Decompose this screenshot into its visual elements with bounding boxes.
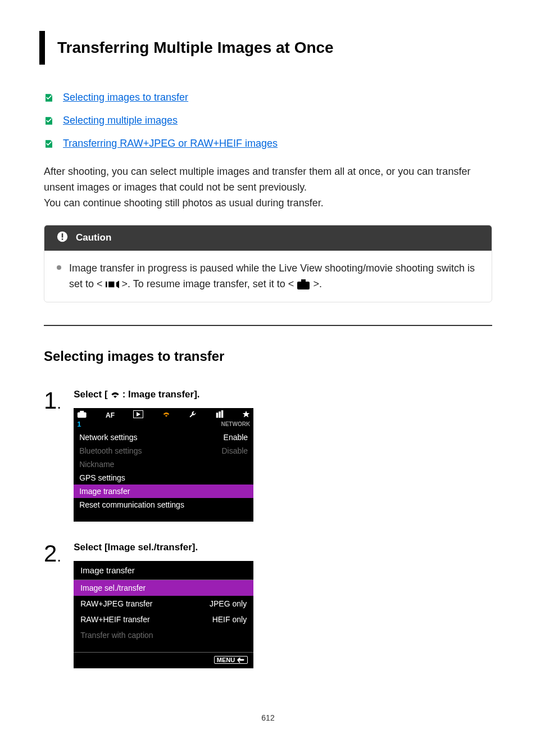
return-icon (237, 657, 245, 663)
page-title-block: Transferring Multiple Images at Once (39, 31, 497, 65)
lcd2-row-value: JPEG only (210, 599, 247, 608)
lcd1-row-label: GPS settings (79, 473, 125, 482)
lcd1-page-indicator: 1 (77, 420, 81, 428)
page-container: Transferring Multiple Images at Once Sel… (0, 0, 536, 756)
lcd2-footer: MENU (74, 653, 253, 668)
camera-tab-icon (77, 410, 87, 420)
step-1-label: Select [ : Image transfer]. (74, 389, 492, 400)
lcd2-menu-row[interactable]: RAW+HEIF transferHEIF only (74, 612, 253, 627)
svg-rect-5 (106, 282, 107, 287)
lcd1-row-label: Image transfer (79, 487, 130, 496)
camera-lcd-2: Image transfer Image sel./transferRAW+JP… (74, 561, 253, 668)
lcd2-menu-row[interactable]: Image sel./transfer (74, 580, 253, 596)
caution-heading: Caution (76, 232, 111, 243)
lcd1-menu-row[interactable]: Reset communication settings (74, 498, 253, 511)
page-icon (44, 116, 54, 126)
alert-icon (57, 231, 68, 245)
lcd1-row-label: Bluetooth settings (79, 446, 142, 455)
svg-rect-9 (80, 411, 84, 413)
svg-rect-13 (219, 412, 221, 418)
lcd1-subbar: 1 NETWORK (74, 420, 253, 431)
svg-marker-15 (243, 411, 250, 418)
toc-link-1[interactable]: Selecting multiple images (63, 115, 178, 126)
lcd1-menu-row[interactable]: Image transfer (74, 485, 253, 498)
toc-link-0[interactable]: Selecting images to transfer (63, 92, 188, 103)
page-icon (44, 139, 54, 149)
svg-rect-1 (62, 233, 63, 238)
svg-rect-8 (78, 413, 87, 418)
movie-icon (106, 279, 119, 290)
lcd2-row-value: HEIF only (212, 615, 247, 624)
toc-link-row-2: Transferring RAW+JPEG or RAW+HEIF images (44, 138, 497, 150)
lcd1-menu-row[interactable]: Nickname (74, 458, 253, 471)
page-icon (44, 93, 54, 103)
toc-link-row-1: Selecting multiple images (44, 115, 497, 126)
step-2-label: Select [Image sel./transfer]. (74, 542, 492, 553)
play-tab-icon (133, 410, 143, 420)
lcd1-row-label: Reset communication settings (79, 500, 184, 509)
section-heading: Selecting images to transfer (44, 348, 492, 364)
wifi-tab-icon (162, 410, 170, 420)
toc-link-2[interactable]: Transferring RAW+JPEG or RAW+HEIF images (63, 138, 278, 150)
lcd1-row-label: Nickname (79, 460, 114, 469)
step-2: 2. Select [Image sel./transfer]. Image t… (44, 542, 492, 668)
svg-rect-6 (297, 282, 310, 289)
intro-paragraph: After shooting, you can select multiple … (44, 164, 492, 211)
camera-icon (297, 279, 310, 290)
lcd1-menu-row[interactable]: GPS settings (74, 471, 253, 485)
svg-rect-2 (62, 238, 63, 240)
caution-text: Image transfer in progress is paused whi… (69, 261, 479, 292)
step-1: 1. Select [ : Image transfer]. AF (44, 389, 492, 522)
lcd1-network-tag: NETWORK (221, 421, 250, 427)
svg-rect-12 (216, 413, 218, 418)
lcd1-menu-row[interactable]: Network settingsEnable (74, 431, 253, 444)
toc-link-row-0: Selecting images to transfer (44, 92, 497, 103)
lcd1-row-label: Network settings (79, 433, 137, 442)
lcd1-menu-row[interactable]: Bluetooth settingsDisable (74, 444, 253, 458)
svg-rect-14 (221, 410, 223, 418)
wifi-icon (110, 390, 120, 400)
lcd2-menu-row[interactable]: Transfer with caption (74, 627, 253, 643)
custom-tab-icon (216, 410, 224, 420)
lcd1-row-value: Enable (224, 433, 248, 442)
step-list: 1. Select [ : Image transfer]. AF (39, 389, 497, 668)
lcd2-row-label: RAW+HEIF transfer (80, 615, 150, 624)
svg-marker-11 (137, 412, 140, 417)
wrench-tab-icon (189, 410, 197, 420)
caution-header: Caution (44, 225, 492, 251)
lcd1-iconbar: AF (74, 408, 253, 420)
bullet-dot-icon (57, 265, 61, 270)
star-tab-icon (242, 410, 250, 420)
lcd2-row-label: Image sel./transfer (80, 583, 146, 592)
svg-rect-3 (108, 282, 114, 287)
af-tab-label: AF (106, 411, 115, 419)
page-number: 612 (39, 713, 497, 722)
svg-rect-7 (301, 279, 306, 282)
lcd2-row-label: RAW+JPEG transfer (80, 599, 152, 608)
step-number: 1. (44, 389, 61, 522)
page-title: Transferring Multiple Images at Once (57, 39, 487, 57)
lcd2-header: Image transfer (74, 561, 253, 580)
lcd1-row-value: Disable (221, 446, 248, 455)
section-separator (44, 325, 492, 326)
step-number: 2. (44, 542, 61, 668)
caution-body: Image transfer in progress is paused whi… (44, 251, 492, 302)
lcd2-menu-row[interactable]: RAW+JPEG transferJPEG only (74, 596, 253, 612)
menu-back-button[interactable]: MENU (214, 656, 248, 664)
lcd1-blank-row (74, 511, 253, 522)
camera-lcd-1: AF 1 NETWORK Network settingsEnableBluet… (74, 408, 253, 522)
caution-box: Caution Image transfer in progress is pa… (44, 225, 492, 303)
lcd2-row-label: Transfer with caption (80, 631, 153, 640)
